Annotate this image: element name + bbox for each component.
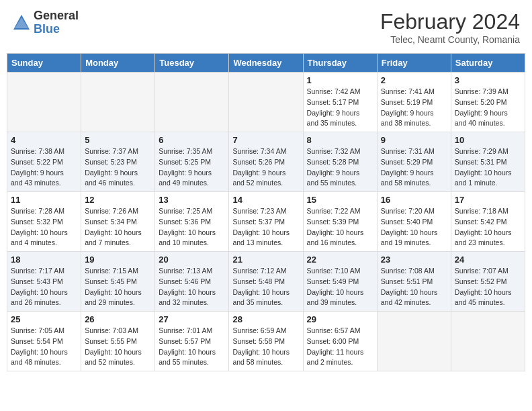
table-row: 4Sunrise: 7:38 AM Sunset: 5:22 PM Daylig… <box>7 132 81 192</box>
table-row: 9Sunrise: 7:31 AM Sunset: 5:29 PM Daylig… <box>377 132 451 192</box>
day-info: Sunrise: 7:15 AM Sunset: 5:45 PM Dayligh… <box>85 266 151 308</box>
day-number: 7 <box>232 135 299 145</box>
table-row: 27Sunrise: 7:01 AM Sunset: 5:57 PM Dayli… <box>155 312 229 371</box>
table-row: 22Sunrise: 7:10 AM Sunset: 5:49 PM Dayli… <box>303 252 377 312</box>
day-number: 17 <box>455 195 521 205</box>
day-info: Sunrise: 7:07 AM Sunset: 5:52 PM Dayligh… <box>455 266 521 308</box>
col-friday: Friday <box>377 54 451 73</box>
day-number: 16 <box>381 195 447 205</box>
day-info: Sunrise: 7:08 AM Sunset: 5:51 PM Dayligh… <box>381 266 447 308</box>
day-info: Sunrise: 7:22 AM Sunset: 5:39 PM Dayligh… <box>307 206 373 248</box>
day-number: 19 <box>85 255 151 265</box>
table-row: 25Sunrise: 7:05 AM Sunset: 5:54 PM Dayli… <box>7 312 81 371</box>
col-tuesday: Tuesday <box>155 54 229 73</box>
table-row <box>229 73 303 132</box>
calendar-week-row: 1Sunrise: 7:42 AM Sunset: 5:17 PM Daylig… <box>7 73 525 132</box>
table-row <box>81 73 155 132</box>
table-row: 14Sunrise: 7:23 AM Sunset: 5:37 PM Dayli… <box>229 192 303 252</box>
table-row: 11Sunrise: 7:28 AM Sunset: 5:32 PM Dayli… <box>7 192 81 252</box>
day-info: Sunrise: 7:37 AM Sunset: 5:23 PM Dayligh… <box>85 146 151 189</box>
day-number: 4 <box>11 135 77 145</box>
table-row: 2Sunrise: 7:41 AM Sunset: 5:19 PM Daylig… <box>377 73 451 132</box>
col-thursday: Thursday <box>303 54 377 73</box>
day-info: Sunrise: 7:35 AM Sunset: 5:25 PM Dayligh… <box>159 146 225 189</box>
title-area: February 2024 Telec, Neamt County, Roman… <box>380 9 520 45</box>
col-monday: Monday <box>81 54 155 73</box>
day-number: 8 <box>307 135 373 145</box>
table-row <box>377 312 451 371</box>
calendar-table: Sunday Monday Tuesday Wednesday Thursday… <box>7 53 525 371</box>
day-info: Sunrise: 7:12 AM Sunset: 5:48 PM Dayligh… <box>232 266 299 308</box>
calendar-week-row: 11Sunrise: 7:28 AM Sunset: 5:32 PM Dayli… <box>7 192 525 252</box>
day-number: 6 <box>159 135 225 145</box>
calendar-week-row: 18Sunrise: 7:17 AM Sunset: 5:43 PM Dayli… <box>7 252 525 312</box>
day-number: 24 <box>455 255 521 265</box>
day-info: Sunrise: 7:18 AM Sunset: 5:42 PM Dayligh… <box>455 206 521 248</box>
day-number: 2 <box>381 75 447 85</box>
col-wednesday: Wednesday <box>229 54 303 73</box>
day-number: 25 <box>11 314 77 324</box>
table-row <box>451 312 525 371</box>
day-info: Sunrise: 6:57 AM Sunset: 6:00 PM Dayligh… <box>307 326 373 368</box>
calendar-subtitle: Telec, Neamt County, Romania <box>380 34 520 45</box>
table-row: 17Sunrise: 7:18 AM Sunset: 5:42 PM Dayli… <box>451 192 525 252</box>
day-number: 9 <box>381 135 447 145</box>
day-info: Sunrise: 7:31 AM Sunset: 5:29 PM Dayligh… <box>381 146 447 189</box>
day-number: 5 <box>85 135 151 145</box>
table-row: 16Sunrise: 7:20 AM Sunset: 5:40 PM Dayli… <box>377 192 451 252</box>
table-row: 12Sunrise: 7:26 AM Sunset: 5:34 PM Dayli… <box>81 192 155 252</box>
table-row: 7Sunrise: 7:34 AM Sunset: 5:26 PM Daylig… <box>229 132 303 192</box>
day-number: 28 <box>232 314 299 324</box>
calendar-week-row: 25Sunrise: 7:05 AM Sunset: 5:54 PM Dayli… <box>7 312 525 371</box>
day-number: 11 <box>11 195 77 205</box>
table-row: 10Sunrise: 7:29 AM Sunset: 5:31 PM Dayli… <box>451 132 525 192</box>
day-number: 20 <box>159 255 225 265</box>
logo-general-text: General <box>34 9 79 23</box>
day-info: Sunrise: 7:13 AM Sunset: 5:46 PM Dayligh… <box>159 266 225 308</box>
table-row: 19Sunrise: 7:15 AM Sunset: 5:45 PM Dayli… <box>81 252 155 312</box>
day-number: 14 <box>232 195 299 205</box>
day-number: 13 <box>159 195 225 205</box>
day-number: 12 <box>85 195 151 205</box>
day-info: Sunrise: 7:26 AM Sunset: 5:34 PM Dayligh… <box>85 206 151 248</box>
logo: General Blue <box>12 9 79 36</box>
table-row: 5Sunrise: 7:37 AM Sunset: 5:23 PM Daylig… <box>81 132 155 192</box>
day-number: 22 <box>307 255 373 265</box>
table-row: 3Sunrise: 7:39 AM Sunset: 5:20 PM Daylig… <box>451 73 525 132</box>
calendar-week-row: 4Sunrise: 7:38 AM Sunset: 5:22 PM Daylig… <box>7 132 525 192</box>
table-row: 6Sunrise: 7:35 AM Sunset: 5:25 PM Daylig… <box>155 132 229 192</box>
day-info: Sunrise: 6:59 AM Sunset: 5:58 PM Dayligh… <box>232 326 299 368</box>
day-info: Sunrise: 7:41 AM Sunset: 5:19 PM Dayligh… <box>381 87 447 129</box>
day-info: Sunrise: 7:42 AM Sunset: 5:17 PM Dayligh… <box>307 87 373 129</box>
table-row: 13Sunrise: 7:25 AM Sunset: 5:36 PM Dayli… <box>155 192 229 252</box>
day-info: Sunrise: 7:01 AM Sunset: 5:57 PM Dayligh… <box>159 326 225 368</box>
col-sunday: Sunday <box>7 54 81 73</box>
table-row: 21Sunrise: 7:12 AM Sunset: 5:48 PM Dayli… <box>229 252 303 312</box>
table-row: 15Sunrise: 7:22 AM Sunset: 5:39 PM Dayli… <box>303 192 377 252</box>
day-number: 3 <box>455 75 521 85</box>
day-info: Sunrise: 7:38 AM Sunset: 5:22 PM Dayligh… <box>11 146 77 189</box>
table-row: 8Sunrise: 7:32 AM Sunset: 5:28 PM Daylig… <box>303 132 377 192</box>
table-row: 26Sunrise: 7:03 AM Sunset: 5:55 PM Dayli… <box>81 312 155 371</box>
table-row: 24Sunrise: 7:07 AM Sunset: 5:52 PM Dayli… <box>451 252 525 312</box>
day-info: Sunrise: 7:39 AM Sunset: 5:20 PM Dayligh… <box>455 87 521 129</box>
day-number: 21 <box>232 255 299 265</box>
day-info: Sunrise: 7:34 AM Sunset: 5:26 PM Dayligh… <box>232 146 299 189</box>
day-info: Sunrise: 7:29 AM Sunset: 5:31 PM Dayligh… <box>455 146 521 189</box>
day-info: Sunrise: 7:17 AM Sunset: 5:43 PM Dayligh… <box>11 266 77 308</box>
day-number: 27 <box>159 314 225 324</box>
table-row: 1Sunrise: 7:42 AM Sunset: 5:17 PM Daylig… <box>303 73 377 132</box>
col-saturday: Saturday <box>451 54 525 73</box>
table-row: 20Sunrise: 7:13 AM Sunset: 5:46 PM Dayli… <box>155 252 229 312</box>
day-info: Sunrise: 7:28 AM Sunset: 5:32 PM Dayligh… <box>11 206 77 248</box>
table-row <box>7 73 81 132</box>
day-number: 23 <box>381 255 447 265</box>
logo-icon <box>12 13 31 32</box>
table-row: 29Sunrise: 6:57 AM Sunset: 6:00 PM Dayli… <box>303 312 377 371</box>
calendar-title: February 2024 <box>380 9 520 34</box>
day-number: 29 <box>307 314 373 324</box>
day-number: 1 <box>307 75 373 85</box>
logo-text: General Blue <box>34 9 79 36</box>
page-header: General Blue February 2024 Telec, Neamt … <box>7 7 525 48</box>
day-info: Sunrise: 7:20 AM Sunset: 5:40 PM Dayligh… <box>381 206 447 248</box>
